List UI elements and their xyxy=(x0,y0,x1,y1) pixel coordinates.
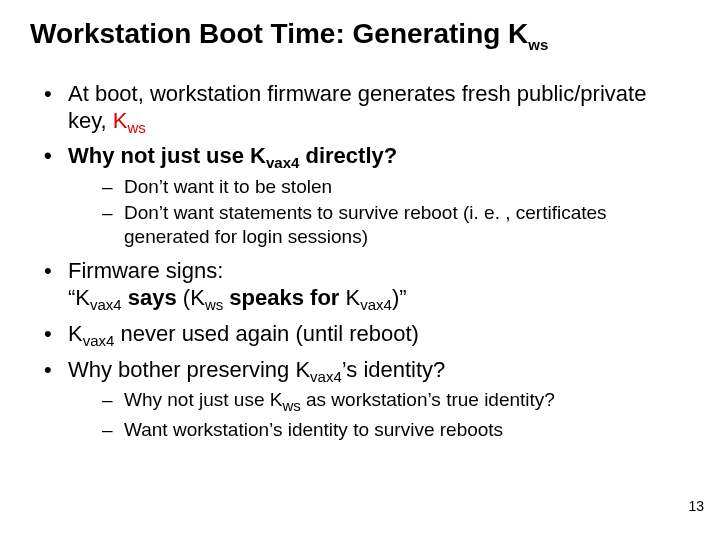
b5-pre: Why bother preserving K xyxy=(68,357,310,382)
b3-pre: Firmware signs: xyxy=(68,258,223,283)
b3-open: (K xyxy=(177,285,205,310)
b3-says: says xyxy=(122,285,177,310)
b2-post: directly? xyxy=(299,143,397,168)
bullet-5-sublist: Why not just use Kws as workstation’s tr… xyxy=(68,388,690,441)
title-text: Workstation Boot Time: Generating K xyxy=(30,18,528,49)
b3-close: )” xyxy=(392,285,407,310)
b4-k: K xyxy=(68,321,83,346)
b3-sub2: ws xyxy=(205,297,223,314)
page-number: 13 xyxy=(688,498,704,514)
title-sub: ws xyxy=(528,36,548,53)
b3-q1: “K xyxy=(68,285,90,310)
bullet-2-sublist: Don’t want it to be stolen Don’t want st… xyxy=(68,175,690,248)
bullet-list: At boot, workstation firmware generates … xyxy=(30,81,690,442)
b3-speaks: speaks for xyxy=(223,285,339,310)
b2-pre: Why not just use K xyxy=(68,143,266,168)
b5-sub: vax4 xyxy=(310,368,342,385)
b5s1-sub: ws xyxy=(282,397,300,414)
b5s1-pre: Why not just use K xyxy=(124,389,282,410)
b5-post: ’s identity? xyxy=(342,357,446,382)
b5-sub1: Why not just use Kws as workstation’s tr… xyxy=(102,388,690,416)
bullet-1: At boot, workstation firmware generates … xyxy=(40,81,690,138)
b2-sub2: Don’t want statements to survive reboot … xyxy=(102,201,690,249)
b1-pre: At boot, workstation firmware generates … xyxy=(68,81,646,133)
b2-sub1: Don’t want it to be stolen xyxy=(102,175,690,199)
b2-sub: vax4 xyxy=(266,155,299,172)
bullet-3: Firmware signs: “Kvax4 says (Kws speaks … xyxy=(40,258,690,315)
b3-sub1: vax4 xyxy=(90,297,122,314)
b3-sub3: vax4 xyxy=(360,297,392,314)
bullet-2: Why not just use Kvax4 directly? Don’t w… xyxy=(40,143,690,248)
bullet-4: Kvax4 never used again (until reboot) xyxy=(40,321,690,351)
slide-title: Workstation Boot Time: Generating Kws xyxy=(30,18,690,53)
slide: Workstation Boot Time: Generating Kws At… xyxy=(0,0,720,540)
b4-post: never used again (until reboot) xyxy=(114,321,419,346)
b1-k: K xyxy=(113,108,128,133)
b1-sub: ws xyxy=(128,119,146,136)
b5-sub2: Want workstation’s identity to survive r… xyxy=(102,418,690,442)
bullet-5: Why bother preserving Kvax4’s identity? … xyxy=(40,357,690,442)
b3-k2: K xyxy=(339,285,360,310)
b4-sub: vax4 xyxy=(83,332,115,349)
b5s1-post: as workstation’s true identity? xyxy=(301,389,555,410)
